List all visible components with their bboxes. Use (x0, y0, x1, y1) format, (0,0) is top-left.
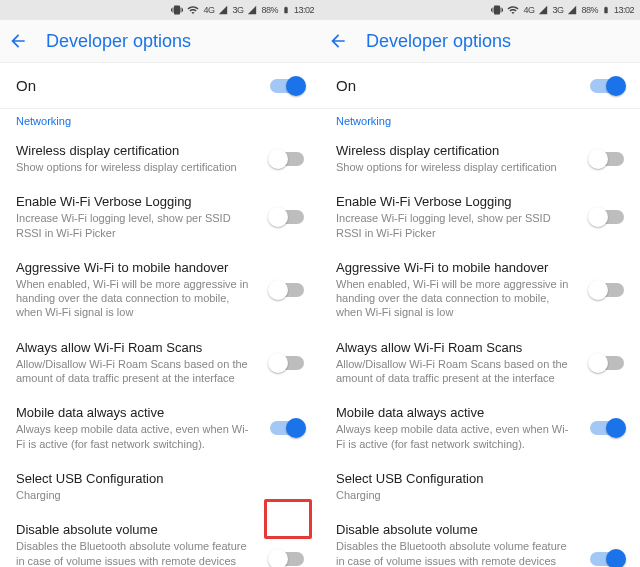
setting-switch[interactable] (270, 283, 304, 297)
setting-switch[interactable] (270, 356, 304, 370)
setting-subtitle: Always keep mobile data active, even whe… (16, 422, 252, 451)
back-icon[interactable] (328, 31, 348, 51)
setting-subtitle: When enabled, Wi-Fi will be more aggress… (16, 277, 252, 320)
setting-subtitle: Increase Wi-Fi logging level, show per S… (16, 211, 252, 240)
signal-icon (247, 5, 257, 15)
app-bar: Developer options (0, 20, 320, 63)
back-icon[interactable] (8, 31, 28, 51)
setting-title: Select USB Configuration (336, 471, 572, 486)
setting-subtitle: Charging (336, 488, 572, 502)
setting-row[interactable]: Mobile data always active Always keep mo… (320, 395, 640, 461)
battery-label: 88% (581, 5, 598, 15)
app-bar: Developer options (320, 20, 640, 63)
setting-row[interactable]: Select USB Configuration Charging (320, 461, 640, 512)
setting-title: Aggressive Wi-Fi to mobile handover (336, 260, 572, 275)
setting-switch[interactable] (270, 152, 304, 166)
wifi-icon (507, 4, 519, 16)
time-label: 13:02 (614, 5, 634, 15)
setting-subtitle: Charging (16, 488, 252, 502)
battery-icon (282, 4, 290, 16)
setting-row[interactable]: Wireless display certification Show opti… (0, 133, 320, 184)
setting-subtitle: Disables the Bluetooth absolute volume f… (336, 539, 572, 567)
setting-switch[interactable] (270, 552, 304, 566)
setting-title: Always allow Wi-Fi Roam Scans (336, 340, 572, 355)
setting-title: Always allow Wi-Fi Roam Scans (16, 340, 252, 355)
setting-title: Disable absolute volume (336, 522, 572, 537)
section-header: Networking (320, 109, 640, 133)
master-switch-row[interactable]: On (320, 63, 640, 109)
setting-switch[interactable] (590, 283, 624, 297)
setting-subtitle: Show options for wireless display certif… (16, 160, 252, 174)
setting-subtitle: When enabled, Wi-Fi will be more aggress… (336, 277, 572, 320)
setting-row[interactable]: Always allow Wi-Fi Roam Scans Allow/Disa… (320, 330, 640, 396)
master-label: On (336, 77, 356, 94)
signal-icon (218, 5, 228, 15)
setting-row[interactable]: Always allow Wi-Fi Roam Scans Allow/Disa… (0, 330, 320, 396)
battery-icon (602, 4, 610, 16)
time-label: 13:02 (294, 5, 314, 15)
net1-label: 4G (203, 5, 214, 15)
setting-switch[interactable] (590, 210, 624, 224)
net2-label: 3G (552, 5, 563, 15)
phone-screen: 4G 3G 88% 13:02 Developer options On Net… (0, 0, 320, 567)
signal-icon (538, 5, 548, 15)
setting-subtitle: Disables the Bluetooth absolute volume f… (16, 539, 252, 567)
setting-title: Enable Wi-Fi Verbose Logging (16, 194, 252, 209)
vibrate-icon (171, 4, 183, 16)
wifi-icon (187, 4, 199, 16)
setting-title: Wireless display certification (16, 143, 252, 158)
setting-title: Wireless display certification (336, 143, 572, 158)
setting-switch[interactable] (270, 421, 304, 435)
setting-row[interactable]: Select USB Configuration Charging (0, 461, 320, 512)
status-bar: 4G 3G 88% 13:02 (0, 0, 320, 20)
master-switch-row[interactable]: On (0, 63, 320, 109)
setting-title: Select USB Configuration (16, 471, 252, 486)
setting-row[interactable]: Enable Wi-Fi Verbose Logging Increase Wi… (320, 184, 640, 250)
phone-screen: 4G 3G 88% 13:02 Developer options On Net… (320, 0, 640, 567)
setting-title: Disable absolute volume (16, 522, 252, 537)
setting-row[interactable]: Wireless display certification Show opti… (320, 133, 640, 184)
setting-row[interactable]: Disable absolute volume Disables the Blu… (320, 512, 640, 567)
setting-subtitle: Increase Wi-Fi logging level, show per S… (336, 211, 572, 240)
setting-row[interactable]: Mobile data always active Always keep mo… (0, 395, 320, 461)
setting-subtitle: Show options for wireless display certif… (336, 160, 572, 174)
setting-row[interactable]: Enable Wi-Fi Verbose Logging Increase Wi… (0, 184, 320, 250)
signal-icon (567, 5, 577, 15)
master-switch[interactable] (270, 79, 304, 93)
setting-switch[interactable] (590, 356, 624, 370)
net2-label: 3G (232, 5, 243, 15)
setting-row[interactable]: Aggressive Wi-Fi to mobile handover When… (320, 250, 640, 330)
battery-label: 88% (261, 5, 278, 15)
setting-row[interactable]: Disable absolute volume Disables the Blu… (0, 512, 320, 567)
master-switch[interactable] (590, 79, 624, 93)
setting-title: Mobile data always active (336, 405, 572, 420)
settings-list[interactable]: On Networking Wireless display certifica… (320, 63, 640, 567)
setting-switch[interactable] (590, 421, 624, 435)
section-header: Networking (0, 109, 320, 133)
setting-switch[interactable] (270, 210, 304, 224)
page-title: Developer options (46, 31, 191, 52)
setting-subtitle: Allow/Disallow Wi-Fi Roam Scans based on… (336, 357, 572, 386)
setting-title: Mobile data always active (16, 405, 252, 420)
setting-title: Enable Wi-Fi Verbose Logging (336, 194, 572, 209)
page-title: Developer options (366, 31, 511, 52)
setting-row[interactable]: Aggressive Wi-Fi to mobile handover When… (0, 250, 320, 330)
vibrate-icon (491, 4, 503, 16)
setting-switch[interactable] (590, 552, 624, 566)
setting-subtitle: Allow/Disallow Wi-Fi Roam Scans based on… (16, 357, 252, 386)
setting-switch[interactable] (590, 152, 624, 166)
status-bar: 4G 3G 88% 13:02 (320, 0, 640, 20)
setting-subtitle: Always keep mobile data active, even whe… (336, 422, 572, 451)
net1-label: 4G (523, 5, 534, 15)
master-label: On (16, 77, 36, 94)
settings-list[interactable]: On Networking Wireless display certifica… (0, 63, 320, 567)
setting-title: Aggressive Wi-Fi to mobile handover (16, 260, 252, 275)
